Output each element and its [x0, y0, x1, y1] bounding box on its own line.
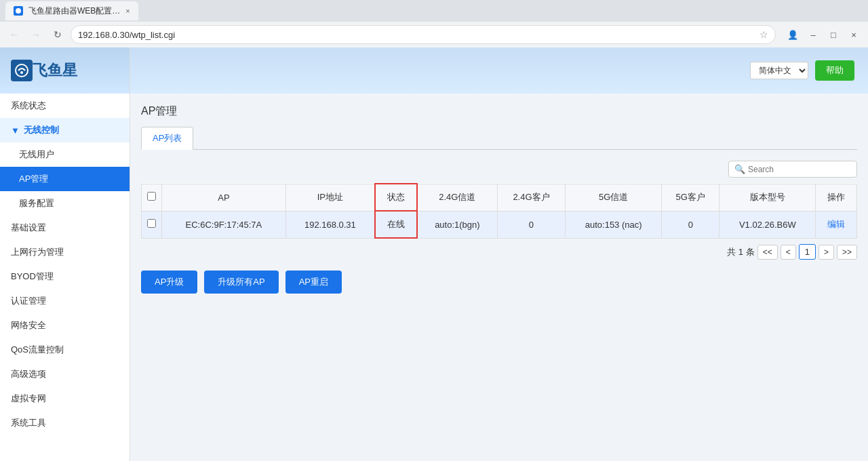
sidebar-label-vpn: 虚拟专网 — [11, 393, 46, 405]
svg-point-1 — [16, 64, 28, 77]
th-channel-5g: 5G信道 — [566, 184, 662, 211]
sidebar-label-basic-settings: 基础设置 — [11, 222, 46, 234]
sidebar-label-advanced-options: 高级选项 — [11, 368, 46, 380]
sidebar-item-system-tools[interactable]: 系统工具 — [0, 411, 130, 435]
main-content: 简体中文 帮助 AP管理 AP列表 🔍 — [130, 47, 868, 461]
sidebar-label-system-tools: 系统工具 — [11, 417, 46, 429]
th-clients-5g: 5G客户 — [662, 184, 719, 211]
th-channel-24g: 2.4G信道 — [417, 184, 497, 211]
maximize-btn[interactable]: □ — [825, 26, 842, 43]
td-mac: EC:6C:9F:17:45:7A — [162, 211, 286, 238]
sidebar-item-service-config[interactable]: 服务配置 — [0, 191, 130, 216]
sidebar-label-system-status: 系统状态 — [11, 100, 46, 112]
sidebar-label-qos-control: QoS流量控制 — [11, 344, 64, 356]
sidebar-label-service-config: 服务配置 — [19, 197, 54, 209]
sidebar-item-auth-management[interactable]: 认证管理 — [0, 289, 130, 313]
table-row: EC:6C:9F:17:45:7A 192.168.0.31 在线 auto:1… — [142, 211, 857, 238]
back-button[interactable]: ← — [5, 26, 23, 43]
td-ip: 192.168.0.31 — [285, 211, 375, 238]
sidebar-item-byod-management[interactable]: BYOD管理 — [0, 264, 130, 289]
total-count: 共 1 条 — [727, 246, 754, 258]
browser-tab[interactable]: 飞鱼星路由器WEB配置… × — [5, 1, 138, 20]
th-version: 版本型号 — [719, 184, 816, 211]
sidebar-label-byod-management: BYOD管理 — [11, 270, 54, 283]
sidebar-item-network-security[interactable]: 网络安全 — [0, 313, 130, 338]
bookmark-icon: ☆ — [760, 29, 768, 40]
sidebar-item-wireless-control[interactable]: ▼ 无线控制 — [0, 118, 130, 142]
minimize-btn[interactable]: – — [804, 26, 822, 43]
ap-table: AP IP地址 状态 2.4G信道 2.4G客户 5G信道 5G客户 版本型号 … — [141, 183, 857, 239]
ap-restart-button[interactable]: AP重启 — [285, 270, 342, 294]
sidebar-label-ap-management: AP管理 — [19, 173, 48, 185]
action-buttons: AP升级 升级所有AP AP重启 — [141, 270, 857, 294]
search-input[interactable] — [748, 165, 851, 174]
page-next-btn[interactable]: > — [818, 245, 834, 260]
th-ap: AP — [162, 184, 286, 211]
arrow-icon: ▼ — [11, 125, 20, 136]
top-header: 简体中文 帮助 — [130, 47, 868, 94]
page-first-btn[interactable]: << — [757, 245, 778, 260]
page-prev-btn[interactable]: < — [781, 245, 796, 260]
th-ip: IP地址 — [285, 184, 375, 211]
user-icon: 👤 — [784, 26, 802, 43]
td-clients-5g: 0 — [662, 211, 719, 238]
sidebar-label-network-security: 网络安全 — [11, 319, 46, 332]
th-checkbox — [142, 184, 162, 211]
td-version: V1.02.26.B6W — [719, 211, 816, 238]
page-current: 1 — [799, 244, 816, 260]
sidebar-item-qos-control[interactable]: QoS流量控制 — [0, 338, 130, 362]
sidebar-item-vpn[interactable]: 虚拟专网 — [0, 386, 130, 411]
sidebar-label-wireless-control: 无线控制 — [24, 124, 59, 136]
td-channel-24g: auto:1(bgn) — [417, 211, 497, 238]
td-clients-24g: 0 — [497, 211, 565, 238]
svg-point-2 — [20, 71, 23, 74]
sidebar-item-advanced-options[interactable]: 高级选项 — [0, 362, 130, 386]
sidebar-label-behavior-management: 上网行为管理 — [11, 246, 64, 258]
sidebar: 飞鱼星 系统状态 ▼ 无线控制 无线用户 AP管理 服务配置 基础设置 — [0, 47, 130, 461]
page-title: AP管理 — [141, 104, 857, 119]
row-checkbox[interactable] — [147, 219, 156, 228]
close-btn[interactable]: × — [845, 26, 863, 43]
logo-icon — [11, 60, 33, 81]
sidebar-label-auth-management: 认证管理 — [11, 295, 46, 307]
tab-close-btn[interactable]: × — [125, 7, 130, 15]
sidebar-item-system-status[interactable]: 系统状态 — [0, 94, 130, 118]
forward-button[interactable]: → — [27, 26, 45, 43]
td-status: 在线 — [375, 211, 417, 238]
search-box[interactable]: 🔍 — [728, 161, 857, 178]
ap-upgrade-button[interactable]: AP升级 — [141, 270, 197, 294]
search-icon: 🔍 — [734, 164, 745, 174]
td-channel-5g: auto:153 (nac) — [566, 211, 662, 238]
tab-ap-list-label: AP列表 — [153, 133, 182, 143]
help-button[interactable]: 帮助 — [815, 60, 854, 81]
table-toolbar: 🔍 — [141, 161, 857, 178]
td-checkbox — [142, 211, 162, 238]
sidebar-item-wireless-users[interactable]: 无线用户 — [0, 142, 130, 167]
lang-selector[interactable]: 简体中文 — [750, 62, 808, 79]
th-status: 状态 — [375, 184, 417, 211]
td-action[interactable]: 编辑 — [816, 211, 857, 238]
page-last-btn[interactable]: >> — [837, 245, 857, 260]
edit-link[interactable]: 编辑 — [827, 219, 845, 229]
sidebar-item-behavior-management[interactable]: 上网行为管理 — [0, 240, 130, 264]
pagination: 共 1 条 << < 1 > >> — [141, 244, 857, 260]
content-area: AP管理 AP列表 🔍 — [130, 94, 868, 461]
refresh-button[interactable]: ↻ — [49, 26, 66, 43]
url-text: 192.168.0.30/wtp_list.cgi — [78, 30, 755, 40]
th-clients-24g: 2.4G客户 — [497, 184, 565, 211]
sidebar-item-ap-management[interactable]: AP管理 — [0, 167, 130, 191]
upgrade-all-button[interactable]: 升级所有AP — [204, 270, 278, 294]
tab-bar: AP列表 — [141, 127, 857, 150]
tab-favicon — [14, 6, 23, 16]
logo-text: 飞鱼星 — [33, 60, 77, 81]
select-all-checkbox[interactable] — [147, 192, 156, 201]
tab-ap-list[interactable]: AP列表 — [141, 127, 193, 150]
sidebar-logo: 飞鱼星 — [0, 47, 130, 94]
tab-title: 飞鱼星路由器WEB配置… — [28, 5, 120, 17]
svg-point-0 — [16, 8, 21, 14]
sidebar-label-wireless-users: 无线用户 — [19, 148, 54, 161]
address-bar[interactable]: 192.168.0.30/wtp_list.cgi ☆ — [71, 25, 776, 44]
sidebar-item-basic-settings[interactable]: 基础设置 — [0, 216, 130, 240]
th-action: 操作 — [816, 184, 857, 211]
sidebar-nav: 系统状态 ▼ 无线控制 无线用户 AP管理 服务配置 基础设置 上网行为管理 — [0, 94, 130, 461]
